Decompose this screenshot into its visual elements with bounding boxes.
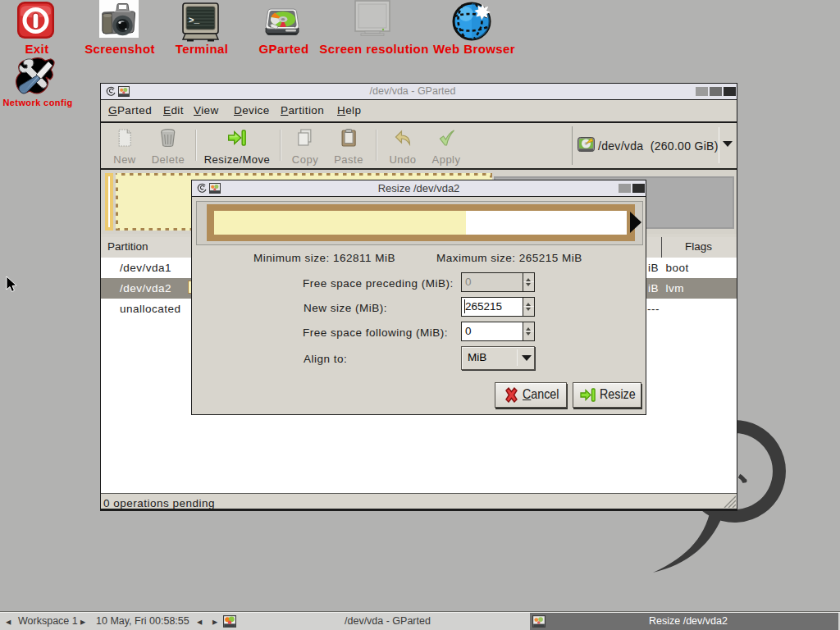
svg-text:>_: >_: [189, 16, 200, 25]
